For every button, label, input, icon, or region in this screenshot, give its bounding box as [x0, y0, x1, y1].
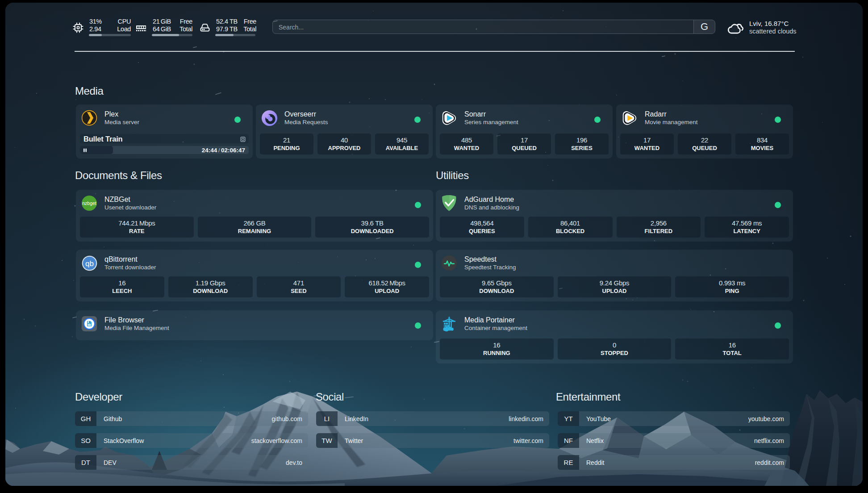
svg-text:qb: qb [85, 259, 94, 267]
svg-text:nzbget: nzbget [82, 201, 96, 206]
